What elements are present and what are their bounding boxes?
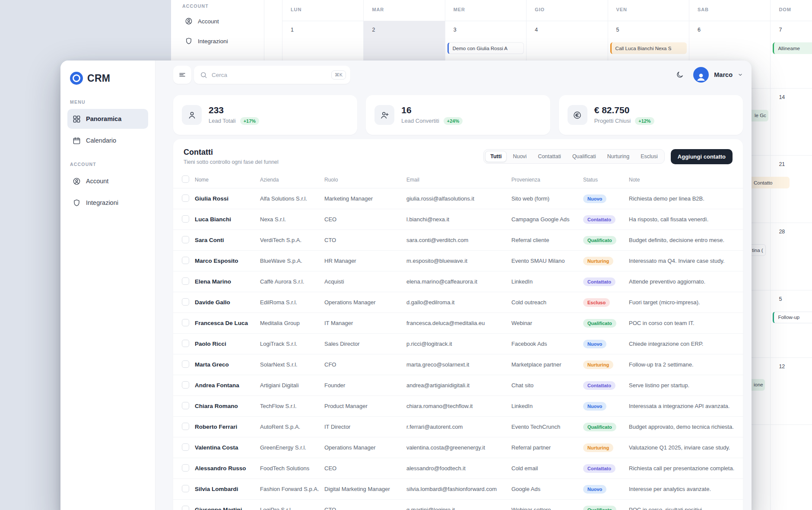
- contact-company: Fashion Forward S.p.A.: [260, 486, 324, 492]
- table-row[interactable]: Roberto FerrariAutoRent S.p.A.IT Directo…: [173, 417, 743, 437]
- screen: ACCOUNT AccountIntegrazioni LUNMARMERGIO…: [0, 0, 812, 510]
- row-checkbox[interactable]: [182, 464, 189, 472]
- calendar-event[interactable]: Allineame: [773, 42, 812, 54]
- avatar-person-icon: [695, 71, 707, 83]
- row-checkbox[interactable]: [182, 506, 189, 510]
- app-logo: CRM: [67, 72, 148, 85]
- contact-email: marta.greco@solarnext.it: [406, 361, 511, 368]
- contact-source: Evento SMAU Milano: [511, 258, 583, 264]
- sidebar-item-account[interactable]: Account: [180, 12, 258, 30]
- sidebar-item-label: Account: [198, 18, 219, 25]
- sidebar-item-label: Integrazioni: [198, 38, 228, 45]
- table-row[interactable]: Valentina CostaGreenEnergy S.r.l.Operati…: [173, 437, 743, 458]
- contact-note: Interessato ma Q4. Inviare case study.: [629, 258, 734, 264]
- status-badge: Nuovo: [583, 485, 606, 494]
- table-row[interactable]: Elena MarinoCaffè Aurora S.r.l.Acquistie…: [173, 271, 743, 292]
- filter-tab-qualificati[interactable]: Qualificati: [567, 151, 601, 162]
- sidebar-item-calendario[interactable]: Calendario: [67, 131, 148, 150]
- chevron-down-icon[interactable]: [738, 72, 743, 77]
- sidebar-item-integrazioni[interactable]: Integrazioni: [180, 32, 258, 50]
- row-checkbox[interactable]: [182, 340, 189, 347]
- calendar-event[interactable]: Follow-up: [773, 312, 812, 323]
- filter-tab-nurturing[interactable]: Nurturing: [602, 151, 634, 162]
- contact-name: Davide Gallo: [195, 299, 260, 306]
- row-checkbox[interactable]: [182, 298, 189, 306]
- table-row[interactable]: Giulia RossiAlfa Solutions S.r.l.Marketi…: [173, 188, 743, 209]
- contact-note: Budget approvato, demo tecnica richiesta…: [629, 424, 734, 430]
- table-row[interactable]: Sara ContiVerdiTech S.p.A.CTOsara.conti@…: [173, 230, 743, 251]
- menu-toggle-button[interactable]: [173, 66, 191, 84]
- select-all-checkbox[interactable]: [182, 175, 189, 183]
- contact-name: Valentina Costa: [195, 444, 260, 451]
- calendar-event[interactable]: Demo con Giulia Rossi A: [447, 42, 524, 54]
- row-checkbox[interactable]: [182, 423, 189, 430]
- contact-role: IT Director: [324, 424, 406, 430]
- contact-name: Alessandro Russo: [195, 465, 260, 472]
- calendar-gridline: [282, 21, 812, 21]
- calendar-date: 5: [616, 27, 619, 33]
- filter-tab-contattati[interactable]: Contattati: [533, 151, 566, 162]
- contact-email: g.martini@logipro.it: [406, 507, 511, 510]
- row-checkbox[interactable]: [182, 360, 189, 368]
- contact-source: Chat sito: [511, 382, 583, 389]
- table-row[interactable]: Andrea FontanaArtigiani DigitaliFoundera…: [173, 375, 743, 396]
- contact-source: Google Ads: [511, 486, 583, 492]
- table-row[interactable]: Giuseppe MartiniLogiPro S.r.l.CTOg.marti…: [173, 500, 743, 510]
- user-name[interactable]: Marco: [714, 71, 733, 78]
- calendar-gridline: [770, 0, 771, 510]
- contact-note: Interesse per analytics avanzate.: [629, 486, 734, 492]
- stat-value: 233: [209, 105, 259, 115]
- filter-tab-esclusi[interactable]: Esclusi: [635, 151, 663, 162]
- table-row[interactable]: Marta GrecoSolarNext S.r.l.CFOmarta.grec…: [173, 354, 743, 375]
- row-checkbox[interactable]: [182, 485, 189, 492]
- filter-tab-tutti[interactable]: Tutti: [485, 151, 507, 162]
- contact-company: Caffè Aurora S.r.l.: [260, 278, 324, 285]
- table-header: NomeAziendaRuoloEmailProvenienzaStatusNo…: [173, 171, 743, 188]
- contact-name: Luca Bianchi: [195, 216, 260, 223]
- topbar: ⌘K Marco: [173, 66, 743, 84]
- row-checkbox[interactable]: [182, 236, 189, 243]
- table-row[interactable]: Francesca De LucaMeditalia GroupIT Manag…: [173, 313, 743, 334]
- table-body: Giulia RossiAlfa Solutions S.r.l.Marketi…: [173, 188, 743, 510]
- calendar-day-header: LUN: [291, 7, 301, 12]
- search-box[interactable]: ⌘K: [194, 66, 350, 84]
- table-row[interactable]: Davide GalloEdilRoma S.r.l.Operations Ma…: [173, 292, 743, 313]
- avatar[interactable]: [693, 67, 709, 83]
- contact-company: FoodTech Solutions: [260, 465, 324, 472]
- row-checkbox[interactable]: [182, 194, 189, 202]
- sidebar-item-panoramica[interactable]: Panoramica: [67, 109, 148, 129]
- calendar-date: 14: [779, 94, 785, 100]
- contact-note: POC in corso, risultati positivi.: [629, 507, 734, 510]
- search-input[interactable]: [211, 71, 328, 79]
- row-checkbox[interactable]: [182, 443, 189, 451]
- table-row[interactable]: Silvia LombardiFashion Forward S.p.A.Dig…: [173, 479, 743, 500]
- table-row[interactable]: Marco EspositoBlueWave S.p.A.HR Managerm…: [173, 251, 743, 271]
- table-row[interactable]: Paolo RicciLogiTrack S.r.l.Sales Directo…: [173, 334, 743, 354]
- contact-source: Facebook Ads: [511, 341, 583, 347]
- table-row[interactable]: Luca BianchiNexa S.r.l.CEOl.bianchi@nexa…: [173, 209, 743, 230]
- row-checkbox[interactable]: [182, 402, 189, 409]
- contact-email: chiara.romano@techflow.it: [406, 403, 511, 409]
- status-badge: Contattato: [583, 215, 615, 224]
- sidebar-item-integrazioni[interactable]: Integrazioni: [67, 193, 148, 213]
- sidebar-item-account[interactable]: Account: [67, 171, 148, 191]
- contact-source: Sito web (form): [511, 195, 583, 202]
- row-checkbox[interactable]: [182, 277, 189, 285]
- contact-role: CFO: [324, 361, 406, 368]
- table-row[interactable]: Chiara RomanoTechFlow S.r.l.Product Mana…: [173, 396, 743, 417]
- row-checkbox[interactable]: [182, 381, 189, 389]
- row-checkbox[interactable]: [182, 257, 189, 264]
- grid-icon: [73, 115, 81, 123]
- main-content: ⌘K Marco 233Lead: [155, 61, 752, 510]
- status-badge: Nurturing: [583, 443, 613, 452]
- add-contact-button[interactable]: Aggiungi contatto: [671, 149, 733, 164]
- table-row[interactable]: Alessandro RussoFoodTech SolutionsCEOale…: [173, 458, 743, 479]
- column-header-email: Email: [406, 177, 511, 183]
- row-checkbox[interactable]: [182, 215, 189, 223]
- theme-toggle-button[interactable]: [672, 66, 688, 84]
- contact-company: LogiPro S.r.l.: [260, 507, 324, 510]
- filter-tab-nuovi[interactable]: Nuovi: [508, 151, 532, 162]
- contact-source: Marketplace partner: [511, 361, 583, 368]
- calendar-event[interactable]: Call Luca Bianchi Nexa S: [610, 42, 687, 54]
- row-checkbox[interactable]: [182, 319, 189, 326]
